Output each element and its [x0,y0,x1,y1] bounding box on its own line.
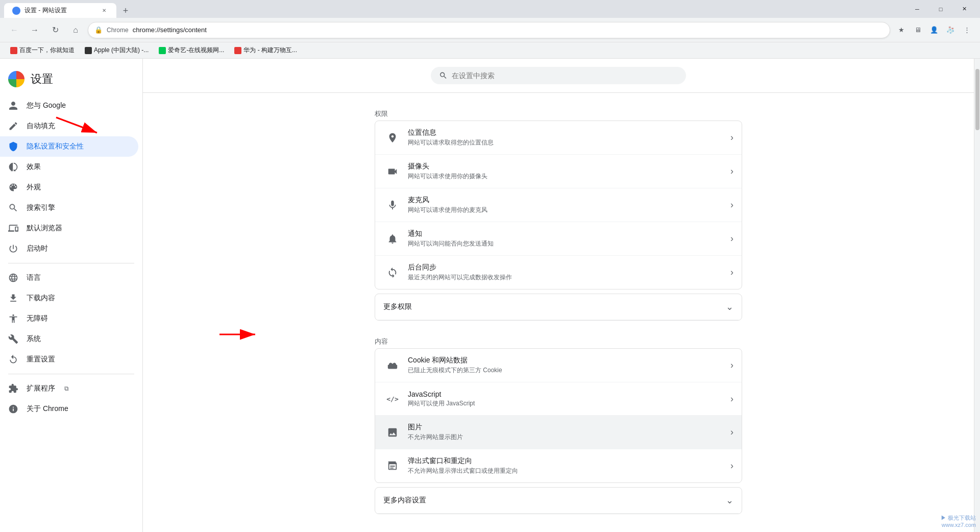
active-tab[interactable]: 设置 - 网站设置 ✕ [4,3,116,18]
performance-icon [8,162,18,172]
bookmark-iqiyi[interactable]: 爱奇艺-在线视频网... [155,44,228,57]
sidebar-item-search[interactable]: 搜索引擎 [0,198,138,218]
images-setting-item[interactable]: 图片 不允许网站显示图片 › [375,416,742,449]
content-section-title: 内容 [375,333,742,348]
javascript-arrow-icon: › [730,394,733,404]
background-sync-item-desc: 最近关闭的网站可以完成数据收发操作 [408,273,726,282]
popups-item-text: 弹出式窗口和重定向 不允许网站显示弹出式窗口或使用重定向 [408,456,726,475]
sidebar-label: 启动时 [27,244,48,253]
back-button[interactable]: ← [6,22,22,38]
sidebar-item-startup[interactable]: 启动时 [0,238,138,259]
sidebar-label: 重置设置 [27,355,55,364]
autofill-icon [8,121,18,131]
notifications-arrow-icon: › [730,233,733,244]
more-content-chevron-icon: ⌄ [726,495,733,506]
bookmark-huawei[interactable]: 华为 - 构建万物互... [230,44,301,57]
location-setting-item[interactable]: 位置信息 网站可以请求取得您的位置信息 › [375,121,742,155]
more-permissions-header[interactable]: 更多权限 ⌄ [375,294,742,320]
cookies-item-name: Cookie 和网站数据 [408,356,726,365]
menu-button[interactable]: ⋮ [960,23,974,37]
popups-arrow-icon: › [730,461,733,471]
cookies-item-text: Cookie 和网站数据 已阻止无痕模式下的第三方 Cookie [408,356,726,375]
profile-button[interactable]: 👤 [927,23,941,37]
sidebar-item-appearance[interactable]: 外观 [0,177,138,198]
sidebar-label: 效果 [27,162,41,172]
person-icon [8,101,18,111]
cookies-item-desc: 已阻止无痕模式下的第三方 Cookie [408,366,726,375]
more-content-header[interactable]: 更多内容设置 ⌄ [375,488,742,514]
sidebar-label: 外观 [27,183,41,192]
sidebar-item-accessibility[interactable]: 无障碍 [0,308,138,329]
minimize-button[interactable]: ─ [905,0,929,18]
bookmark-apple[interactable]: Apple (中国大陆) -... [81,44,153,57]
external-link-icon: ⧉ [64,385,69,392]
forward-button[interactable]: → [27,22,43,38]
sidebar-label: 搜索引擎 [27,203,55,212]
address-url: chrome://settings/content [133,26,207,34]
location-icon [383,129,402,147]
scrollbar-thumb[interactable] [975,69,979,130]
sidebar-item-autofill[interactable]: 自动填充 [0,116,138,136]
reload-button[interactable]: ↻ [47,22,63,38]
sidebar-label: 系统 [27,334,41,344]
bookmark-favicon [85,47,92,54]
cookies-setting-item[interactable]: Cookie 和网站数据 已阻止无痕模式下的第三方 Cookie › [375,349,742,382]
background-sync-item-text: 后台同步 最近关闭的网站可以完成数据收发操作 [408,263,726,282]
tab-close-button[interactable]: ✕ [100,7,108,15]
javascript-item-desc: 网站可以使用 JavaScript [408,399,726,408]
sidebar-item-default-browser[interactable]: 默认浏览器 [0,218,138,238]
sidebar-item-google[interactable]: 您与 Google [0,95,138,116]
cast-button[interactable]: 🖥 [911,23,925,37]
microphone-item-name: 麦克风 [408,196,726,205]
scrollbar[interactable] [974,59,980,532]
images-arrow-icon: › [730,427,733,438]
main-area: 权限 位置信息 网站可以请求取得您的位置信息 › [143,59,974,532]
search-icon [8,203,18,213]
extension-icon [8,383,18,394]
watermark: ▶ 极光下载站 www.xz7.com [941,514,976,528]
settings-search-input[interactable] [452,71,678,80]
sidebar-item-performance[interactable]: 效果 [0,157,138,177]
sidebar-label: 您与 Google [27,101,66,110]
sidebar-label: 下载内容 [27,294,55,303]
notifications-setting-item[interactable]: 通知 网站可以询问能否向您发送通知 › [375,222,742,256]
info-icon [8,404,18,414]
system-icon [8,334,18,344]
sidebar-divider [8,263,134,263]
camera-icon [383,162,402,181]
address-bar-input[interactable]: 🔒 Chrome chrome://settings/content [88,22,890,38]
microphone-setting-item[interactable]: 麦克风 网站可以请求使用你的麦克风 › [375,188,742,222]
notifications-item-desc: 网站可以询问能否向您发送通知 [408,239,726,248]
sidebar-label: 关于 Chrome [27,404,68,414]
bookmark-baidu[interactable]: 百度一下，你就知道 [6,44,79,57]
watermark-logo: ▶ 极光下载站 [941,514,976,522]
popups-setting-item[interactable]: 弹出式窗口和重定向 不允许网站显示弹出式窗口或使用重定向 › [375,449,742,482]
sidebar-item-extensions[interactable]: 扩展程序 ⧉ [0,378,142,399]
sidebar-item-about[interactable]: 关于 Chrome [0,399,138,419]
extensions-puzzle-button[interactable]: 🧦 [943,23,958,37]
sidebar-item-language[interactable]: 语言 [0,268,138,288]
close-window-button[interactable]: ✕ [952,0,976,18]
javascript-setting-item[interactable]: </> JavaScript 网站可以使用 JavaScript › [375,382,742,416]
chrome-logo [8,71,24,87]
sidebar-item-downloads[interactable]: 下载内容 [0,288,138,308]
bookmark-label: 爱奇艺-在线视频网... [168,46,224,55]
home-button[interactable]: ⌂ [67,22,84,38]
address-chrome-label: Chrome [107,27,129,34]
bookmark-star-button[interactable]: ★ [894,23,909,37]
javascript-item-text: JavaScript 网站可以使用 JavaScript [408,390,726,408]
maximize-button[interactable]: □ [929,0,952,18]
new-tab-button[interactable]: + [118,4,133,18]
power-icon [8,244,18,254]
bookmark-label: 华为 - 构建万物互... [243,46,297,55]
bookmark-favicon [10,47,17,54]
images-item-desc: 不允许网站显示图片 [408,433,726,442]
camera-setting-item[interactable]: 摄像头 网站可以请求使用你的摄像头 › [375,155,742,188]
sidebar-item-privacy[interactable]: 隐私设置和安全性 [0,136,138,157]
sidebar-item-system[interactable]: 系统 [0,329,138,349]
background-sync-setting-item[interactable]: 后台同步 最近关闭的网站可以完成数据收发操作 › [375,256,742,289]
sidebar-item-reset[interactable]: 重置设置 [0,349,138,370]
microphone-icon [383,196,402,214]
shield-icon [8,141,18,152]
microphone-item-text: 麦克风 网站可以请求使用你的麦克风 [408,196,726,214]
